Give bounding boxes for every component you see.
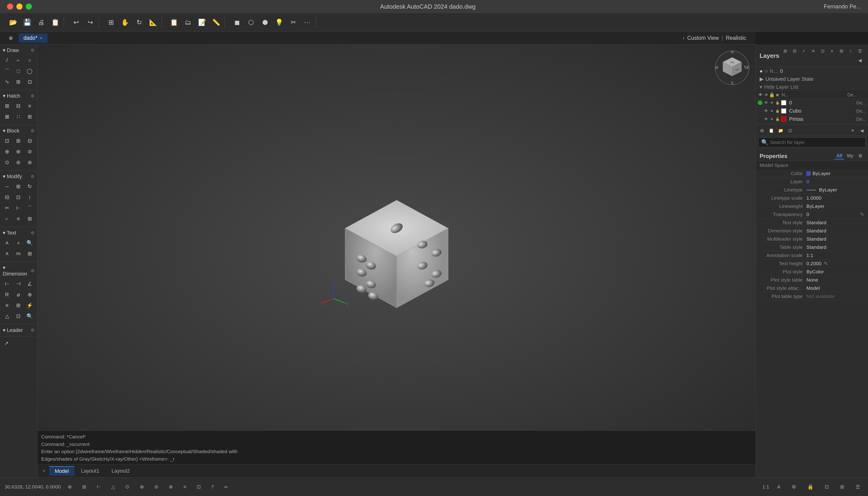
prop-tool-4[interactable]: ⊡	[786, 126, 794, 135]
breadcrumb-style[interactable]: Realistic	[726, 35, 746, 41]
block-tool-4[interactable]: ⊕	[2, 146, 12, 157]
window-controls[interactable]	[7, 3, 32, 10]
prop-ps-value[interactable]: ByColor	[806, 269, 864, 275]
chamfer-tool[interactable]: ⌐	[2, 214, 12, 224]
tab-model[interactable]: Model	[49, 466, 75, 476]
dim-angular-tool[interactable]: ∠	[25, 279, 35, 289]
dim-inspect-tool[interactable]: 🔍	[25, 311, 35, 321]
orbit-button[interactable]: ↻	[133, 16, 145, 29]
prop-tool-1[interactable]: ⊞	[758, 126, 766, 135]
array-tool[interactable]: ⊞	[25, 214, 35, 224]
zoom-extents-button[interactable]: ⊞	[105, 16, 117, 29]
prop-th-value[interactable]: 0.2000 ✎	[806, 261, 864, 266]
block-tool-6[interactable]: ⊘	[25, 146, 35, 157]
th-edit-icon[interactable]: ✎	[824, 261, 828, 266]
dim-continue-tool[interactable]: ⊞	[13, 300, 24, 311]
prop-pst-value[interactable]: None	[806, 277, 864, 283]
leader-section-header[interactable]: ▾ Leader ⚙	[0, 326, 37, 334]
dim-break-tool[interactable]: ⊡	[13, 311, 24, 321]
layer-pintas-eye[interactable]: 👁	[763, 117, 769, 121]
prop-tool-3[interactable]: 📁	[776, 126, 785, 135]
sc-toggle[interactable]: ∞	[221, 483, 231, 491]
block-tool-2[interactable]: ⊞	[13, 136, 24, 146]
layer-0-color[interactable]	[781, 100, 786, 105]
text-tool-6[interactable]: ⊞	[25, 249, 35, 259]
prop-expand[interactable]: ◀	[858, 126, 866, 135]
tab-layout1[interactable]: Layout1	[75, 466, 105, 476]
fillet-tool[interactable]: ⌒	[25, 203, 35, 213]
dimension-settings-icon[interactable]: ⚙	[31, 268, 34, 274]
draw-section-header[interactable]: ▾ Draw ⚙	[0, 46, 37, 54]
layer-pintas-color[interactable]	[781, 117, 786, 122]
layer-cubo-eye[interactable]: 👁	[763, 109, 769, 113]
dim-ordinate-tool[interactable]: ⊕	[25, 290, 35, 300]
layer-cubo-color[interactable]	[781, 108, 786, 113]
layer-row-pintas[interactable]: 👁 ☀ 🔓 Pintas De...	[756, 115, 868, 123]
dimension-button[interactable]: 📏	[210, 16, 222, 29]
hatch-fill-tool[interactable]: ⊞	[13, 77, 24, 87]
view-dropdown-button[interactable]: 📐	[147, 16, 159, 29]
transp-edit-icon[interactable]: ✎	[860, 212, 864, 217]
block-tool-3[interactable]: ⊟	[25, 136, 35, 146]
snap-toggle[interactable]: ⊕	[64, 483, 75, 491]
dim-diameter-tool[interactable]: ⌀	[13, 290, 24, 300]
arc-tool[interactable]: ⌒	[2, 66, 12, 76]
ducs-toggle[interactable]: ⊘	[151, 483, 162, 491]
layer-0-lock[interactable]: 🔓	[775, 101, 780, 105]
solid-button[interactable]: ◼	[231, 16, 243, 29]
dim-linear-tool[interactable]: ⊢	[2, 279, 12, 289]
dyn-toggle[interactable]: ⊕	[166, 483, 176, 491]
grid-toggle[interactable]: ⊞	[79, 483, 90, 491]
viewcube-graphic[interactable]: N S E W Top right ↻	[713, 49, 751, 87]
block-tool-5[interactable]: ⊗	[13, 146, 24, 157]
prop-transp-value[interactable]: 0 ✎	[806, 212, 864, 217]
circle-tool[interactable]: ○	[25, 55, 35, 65]
offset-tool[interactable]: ≡	[13, 214, 24, 224]
region-tool[interactable]: ⊡	[25, 77, 35, 87]
osnap-toggle[interactable]: ⊙	[122, 483, 133, 491]
ui-lock-button[interactable]: 🔒	[804, 483, 817, 491]
layers-tool-3[interactable]: ✓	[800, 47, 808, 55]
layer-0-eye[interactable]: 👁	[763, 100, 769, 105]
surface-button[interactable]: ⬢	[259, 16, 271, 29]
layer-search[interactable]: 🔍	[758, 137, 866, 147]
prop-ts-value[interactable]: Standard	[806, 220, 864, 226]
layer-cubo-lock[interactable]: 🔓	[775, 109, 780, 113]
leader-settings-icon[interactable]: ⚙	[31, 328, 34, 333]
extra-tool[interactable]: ↗	[3, 338, 10, 348]
dim-baseline-tool[interactable]: ≡	[2, 300, 12, 311]
line-tool[interactable]: /	[2, 55, 12, 65]
main-viewport[interactable]: X Y Z N S E W	[37, 45, 756, 459]
trim-tool[interactable]: ✂	[2, 203, 12, 213]
prop-as-value[interactable]: 1:1	[806, 252, 864, 258]
layers-button[interactable]: 🗂	[182, 16, 194, 29]
workspace-button[interactable]: ⚙	[788, 483, 800, 491]
file-tab-dado[interactable]: dado* ✕	[19, 33, 48, 43]
layer-pintas-lock[interactable]: 🔓	[775, 117, 780, 121]
text-tool-1[interactable]: A	[2, 238, 12, 248]
block-tool-1[interactable]: ⊡	[2, 136, 12, 146]
copy-tool[interactable]: ⊞	[13, 182, 24, 192]
close-button[interactable]	[7, 3, 13, 10]
stretch-tool[interactable]: ↕	[25, 192, 35, 202]
more-tools-button[interactable]: ⋯	[301, 16, 313, 29]
otrack-toggle[interactable]: ⊗	[137, 483, 147, 491]
prop-linetype-value[interactable]: ByLayer	[806, 187, 864, 192]
tp-toggle[interactable]: ⊡	[193, 483, 204, 491]
hide-layer-list-btn[interactable]: ▾ Hide Layer List	[756, 83, 868, 91]
annotation-scale-button[interactable]: A	[774, 483, 784, 491]
dim-radius-tool[interactable]: R	[2, 290, 12, 300]
breadcrumb-view[interactable]: Custom View	[687, 35, 719, 41]
new-tab-button[interactable]: ⊕	[5, 32, 17, 44]
properties-button[interactable]: 📋	[168, 16, 180, 29]
spline-tool[interactable]: ∿	[2, 77, 12, 87]
block-section-header[interactable]: ▾ Block ⚙	[0, 127, 37, 135]
draw-settings-icon[interactable]: ⚙	[31, 48, 34, 53]
layer-cubo-freeze[interactable]: ☀	[769, 109, 775, 113]
undo-button[interactable]: ↩	[70, 16, 82, 29]
block-tool-9[interactable]: ⊛	[25, 157, 35, 168]
open-button[interactable]: 📂	[7, 16, 19, 29]
extend-tool[interactable]: ⊢	[13, 203, 24, 213]
save-button[interactable]: 💾	[21, 16, 33, 29]
prop-ltscale-value[interactable]: 1.0000	[806, 195, 864, 201]
